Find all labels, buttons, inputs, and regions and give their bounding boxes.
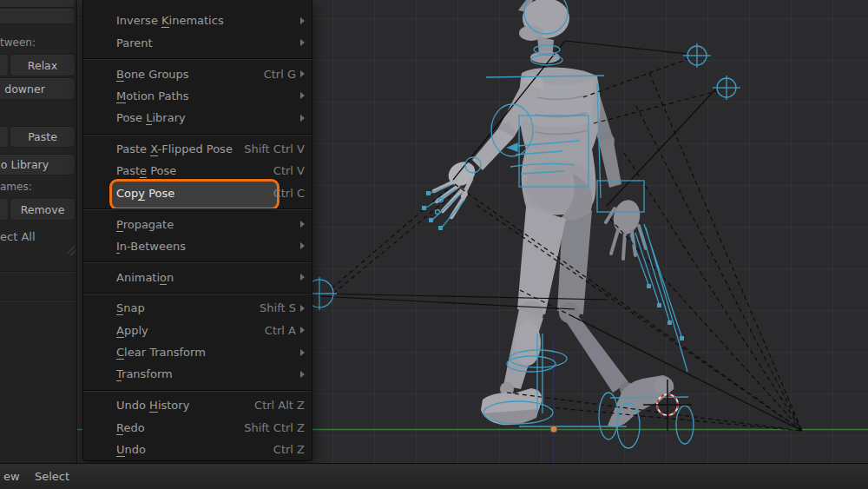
- submenu-arrow-icon: [296, 371, 305, 378]
- bone-names-label: ames:: [0, 181, 32, 193]
- relax-button[interactable]: Relax: [10, 54, 76, 76]
- menu-item-label: Clear Transform: [116, 346, 206, 359]
- toolshelf-partial-button[interactable]: [0, 0, 76, 8]
- menu-item-shortcut: Ctrl C: [273, 187, 305, 200]
- submenu-arrow-icon: [296, 70, 305, 77]
- menu-item-propagate[interactable]: Propagate: [83, 213, 312, 235]
- menu-item-motion-paths[interactable]: Motion Paths: [83, 85, 312, 107]
- menu-item-undo[interactable]: UndoCtrl Z: [83, 439, 312, 460]
- view-menu[interactable]: ew: [3, 470, 20, 483]
- menu-item-shortcut: Shift Ctrl V: [244, 142, 305, 155]
- copy-button-stub[interactable]: [0, 126, 9, 148]
- menu-item-label: Redo: [116, 421, 145, 434]
- object-origin-dot: [550, 426, 557, 433]
- menu-separator: [83, 288, 312, 297]
- menu-item-shortcut: Shift Ctrl Z: [244, 421, 305, 434]
- submenu-arrow-icon: [296, 274, 305, 281]
- menu-item-label: Pose Library: [116, 111, 186, 124]
- submenu-arrow-icon: [296, 349, 305, 356]
- menu-item-label: Undo History: [116, 399, 189, 412]
- push-button-stub[interactable]: [0, 54, 9, 76]
- ik-target-sphere[interactable]: [683, 43, 711, 68]
- menu-item-undo-history[interactable]: Undo HistoryCtrl Alt Z: [83, 394, 312, 416]
- remove-button[interactable]: Remove: [10, 198, 76, 221]
- menu-item-inverse-kinematics[interactable]: Inverse Kinematics: [83, 10, 312, 31]
- menu-item-label: Paste Pose: [116, 164, 176, 177]
- menu-item-redo[interactable]: RedoShift Ctrl Z: [83, 416, 312, 438]
- menu-item-shortcut: Shift S: [260, 301, 296, 314]
- menu-item-pose-library[interactable]: Pose Library: [83, 107, 312, 129]
- toolshelf-partial-button[interactable]: [0, 8, 76, 24]
- menu-item-animation[interactable]: Animation: [83, 266, 312, 287]
- menu-item-label: In-Betweens: [116, 240, 186, 253]
- menu-separator: [83, 54, 312, 63]
- menu-item-apply[interactable]: ApplyCtrl A: [83, 319, 312, 340]
- select-all-label: ect All: [0, 230, 36, 243]
- pose-context-menu: ConstraintsInverse KinematicsParentBone …: [82, 0, 312, 461]
- menu-item-label: Animation: [116, 271, 174, 284]
- menu-item-paste-x-flipped-pose[interactable]: Paste X-Flipped PoseShift Ctrl V: [83, 138, 312, 160]
- menu-item-shortcut: Ctrl A: [265, 324, 296, 337]
- menu-separator: [83, 257, 312, 266]
- in-between-label: tween:: [0, 36, 36, 49]
- menu-item-clear-transform[interactable]: Clear Transform: [83, 341, 312, 363]
- panel-resize-corner[interactable]: [66, 245, 77, 257]
- menu-item-label: Copy Pose: [116, 187, 174, 200]
- panel-separator: [0, 300, 76, 301]
- panel-separator: [0, 271, 76, 273]
- menu-item-parent[interactable]: Parent: [83, 32, 312, 54]
- menu-item-bone-groups[interactable]: Bone GroupsCtrl G: [83, 63, 312, 84]
- menu-item-label: Constraints: [116, 0, 181, 1]
- submenu-arrow-icon: [296, 92, 305, 99]
- menu-item-label: Transform: [116, 367, 173, 380]
- submenu-arrow-icon: [296, 305, 305, 312]
- submenu-arrow-icon: [296, 221, 305, 228]
- menu-item-shortcut: Ctrl Z: [273, 443, 305, 456]
- viewport-header-bar: ew Select Pose Pose Mode: [0, 463, 868, 489]
- menu-item-transform[interactable]: Transform: [83, 363, 312, 385]
- menu-item-label: Propagate: [116, 218, 174, 231]
- submenu-arrow-icon: [296, 327, 305, 334]
- add-button-stub[interactable]: [0, 198, 9, 221]
- menu-separator: [83, 386, 312, 394]
- menu-separator: [83, 204, 312, 213]
- menu-item-label: Snap: [116, 301, 145, 314]
- menu-item-label: Parent: [116, 36, 153, 50]
- add-to-library-button[interactable]: o Library: [0, 154, 76, 175]
- menu-item-shortcut: Ctrl Alt Z: [254, 399, 305, 412]
- menu-item-label: Undo: [116, 443, 146, 456]
- tool-shelf: tween: Relax downer Paste o Library ames…: [0, 0, 77, 463]
- menu-item-paste-pose[interactable]: Paste PoseCtrl V: [83, 160, 312, 182]
- menu-item-constraints[interactable]: Constraints: [83, 0, 312, 10]
- paste-button[interactable]: Paste: [10, 126, 76, 148]
- blender-window: tween: Relax downer Paste o Library ames…: [0, 0, 868, 489]
- menu-item-copy-pose[interactable]: Copy PoseCtrl C: [83, 182, 312, 204]
- submenu-arrow-icon: [296, 39, 305, 46]
- menu-item-label: Bone Groups: [116, 68, 189, 81]
- menu-item-in-betweens[interactable]: In-Betweens: [83, 235, 312, 257]
- breakdowner-button[interactable]: downer: [0, 77, 76, 100]
- menu-separator: [83, 129, 312, 138]
- menu-item-label: Paste X-Flipped Pose: [116, 142, 233, 155]
- menu-item-label: Inverse Kinematics: [116, 14, 224, 27]
- select-menu[interactable]: Select: [35, 470, 69, 483]
- menu-item-snap[interactable]: SnapShift S: [83, 297, 312, 319]
- submenu-arrow-icon: [296, 17, 305, 24]
- menu-item-label: Apply: [116, 324, 148, 337]
- submenu-arrow-icon: [296, 115, 305, 122]
- menu-item-list: ConstraintsInverse KinematicsParentBone …: [83, 0, 312, 460]
- ik-target-sphere[interactable]: [713, 76, 740, 100]
- menu-item-label: Motion Paths: [116, 89, 189, 102]
- menu-item-shortcut: Ctrl V: [273, 164, 305, 177]
- submenu-arrow-icon: [296, 242, 305, 249]
- menu-item-shortcut: Ctrl G: [264, 68, 296, 81]
